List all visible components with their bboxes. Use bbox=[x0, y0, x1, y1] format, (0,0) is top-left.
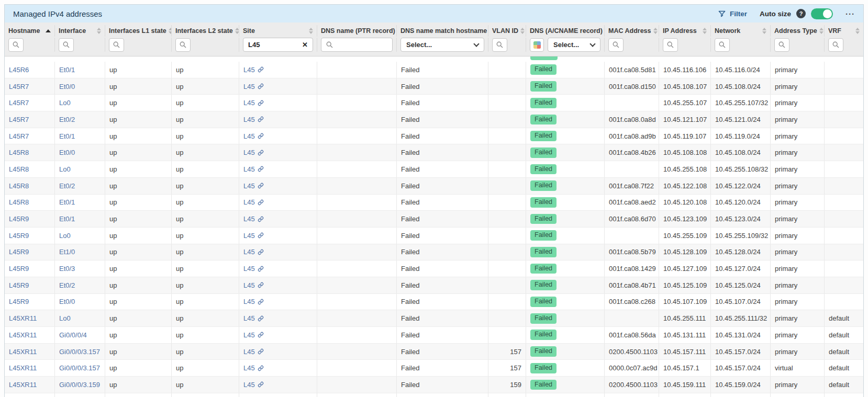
column-header-site[interactable]: Site bbox=[239, 25, 317, 37]
interface-link[interactable]: Gi0/0/0/3.157 bbox=[59, 348, 100, 356]
interface-link[interactable]: Et0/2 bbox=[59, 281, 75, 289]
hostname-link[interactable]: L45XR11 bbox=[9, 348, 37, 356]
hostname-link[interactable]: L45R6 bbox=[9, 66, 29, 74]
site-link[interactable]: L45 bbox=[243, 182, 264, 190]
filter-ip-search-input[interactable] bbox=[663, 38, 678, 52]
site-link[interactable]: L45 bbox=[243, 364, 264, 372]
interface-link[interactable]: Gi0/0/0/4 bbox=[59, 331, 87, 339]
hostname-link[interactable]: L45R9 bbox=[9, 232, 29, 240]
hostname-link[interactable]: L45R8 bbox=[9, 149, 29, 156]
site-link[interactable]: L45 bbox=[243, 165, 264, 173]
site-link[interactable]: L45 bbox=[243, 116, 264, 123]
hostname-link[interactable]: L45R9 bbox=[9, 265, 29, 273]
hostname-link[interactable]: L45R8 bbox=[9, 165, 29, 173]
hostname-link[interactable]: L45XR11 bbox=[9, 331, 37, 339]
column-header-ip[interactable]: IP Address bbox=[659, 25, 711, 37]
filter-ptr-search-input[interactable] bbox=[321, 38, 393, 52]
filter-hostname-search-input[interactable] bbox=[8, 38, 24, 52]
interface-link[interactable]: Et0/1 bbox=[59, 198, 75, 206]
filter-dns-select[interactable]: Select... bbox=[548, 38, 600, 52]
help-icon[interactable]: ? bbox=[796, 9, 806, 18]
interface-link[interactable]: Et0/1 bbox=[59, 132, 75, 140]
site-link[interactable]: L45 bbox=[243, 248, 264, 256]
hostname-link[interactable]: L45R7 bbox=[9, 83, 29, 90]
filter-l2-search-input[interactable] bbox=[175, 38, 191, 52]
column-header-network[interactable]: Network bbox=[711, 25, 771, 37]
auto-size-toggle[interactable] bbox=[811, 8, 833, 19]
hostname-link[interactable]: L45R9 bbox=[9, 215, 29, 223]
interface-link[interactable]: Et0/0 bbox=[59, 298, 75, 305]
column-header-l2[interactable]: Interfaces L2 state bbox=[172, 25, 239, 37]
dns-record-cell: Failed bbox=[526, 195, 605, 211]
hostname-link[interactable]: L45R7 bbox=[9, 99, 29, 107]
mac-address-cell: 0200.4500.1103 bbox=[605, 377, 659, 393]
interface-link[interactable]: Et1/0 bbox=[59, 248, 75, 256]
site-link[interactable]: L45 bbox=[243, 348, 264, 356]
site-link[interactable]: L45 bbox=[243, 132, 264, 140]
site-link[interactable]: L45 bbox=[243, 298, 264, 305]
interface-link[interactable]: Et0/0 bbox=[59, 149, 75, 156]
interface-link[interactable]: Lo0 bbox=[59, 165, 71, 173]
filter-vrf-search-input[interactable] bbox=[828, 38, 843, 52]
column-header-vlan[interactable]: VLAN ID bbox=[488, 25, 526, 37]
site-link[interactable]: L45 bbox=[243, 331, 264, 339]
site-link[interactable]: L45 bbox=[243, 314, 264, 322]
interface-link[interactable]: Lo0 bbox=[59, 99, 71, 107]
site-link[interactable]: L45 bbox=[243, 215, 264, 223]
interface-link[interactable]: Et0/1 bbox=[59, 66, 75, 74]
interface-link[interactable]: Gi0/0/0/3.159 bbox=[59, 381, 100, 389]
filter-match-select[interactable]: Select... bbox=[400, 38, 484, 52]
column-header-ptr[interactable]: DNS name (PTR record) bbox=[317, 25, 397, 37]
filter-vlan-search-input[interactable] bbox=[492, 38, 507, 52]
clear-filter-icon[interactable]: ✕ bbox=[302, 41, 308, 49]
column-header-mac[interactable]: MAC Address bbox=[605, 25, 659, 37]
filter-network-search-input[interactable] bbox=[715, 38, 730, 52]
hostname-link[interactable]: L45R9 bbox=[9, 281, 29, 289]
interface-link[interactable]: Et0/0 bbox=[59, 83, 75, 90]
column-header-hostname[interactable]: Hostname bbox=[5, 25, 55, 37]
dns-record-cell: Failed bbox=[526, 277, 605, 293]
interface-link[interactable]: Et0/2 bbox=[59, 182, 75, 190]
interface-link[interactable]: Et0/3 bbox=[59, 265, 75, 273]
site-link[interactable]: L45 bbox=[243, 198, 264, 206]
hostname-link[interactable]: L45XR11 bbox=[9, 314, 37, 322]
hostname-link[interactable]: L45R7 bbox=[9, 116, 29, 123]
site-link[interactable]: L45 bbox=[243, 265, 264, 273]
interface-link[interactable]: Lo0 bbox=[59, 232, 71, 240]
column-header-l1[interactable]: Interfaces L1 state bbox=[105, 25, 172, 37]
column-header-interface[interactable]: Interface bbox=[55, 25, 105, 37]
filter-site-search-input[interactable]: L45✕ bbox=[243, 38, 313, 52]
site-link[interactable]: L45 bbox=[243, 149, 264, 156]
site-link[interactable]: L45 bbox=[243, 99, 264, 107]
site-link[interactable]: L45 bbox=[243, 232, 264, 240]
column-header-type[interactable]: Address Type bbox=[771, 25, 825, 37]
site-cell: L45 bbox=[239, 228, 317, 244]
column-header-vrf[interactable]: VRF bbox=[825, 25, 863, 37]
filter-button[interactable]: Filter bbox=[718, 10, 747, 18]
interface-link[interactable]: Gi0/0/0/3.157 bbox=[59, 364, 100, 372]
filter-interface-search-input[interactable] bbox=[59, 38, 74, 52]
filter-l1-search-input[interactable] bbox=[109, 38, 124, 52]
hostname-link[interactable]: L45R7 bbox=[9, 132, 29, 140]
hostname-link[interactable]: L45R8 bbox=[9, 198, 29, 206]
column-header-match[interactable]: DNS name match hostname bbox=[397, 25, 488, 37]
dns-color-toggle-button[interactable] bbox=[530, 38, 544, 52]
site-link[interactable]: L45 bbox=[243, 281, 264, 289]
column-header-dns[interactable]: DNS (A/CNAME record) bbox=[526, 25, 605, 37]
site-link[interactable]: L45 bbox=[243, 83, 264, 90]
filter-type-search-input[interactable] bbox=[774, 38, 789, 52]
interface-link[interactable]: Et0/2 bbox=[59, 116, 75, 123]
interface-link[interactable]: Et0/1 bbox=[59, 215, 75, 223]
interface-link[interactable]: Lo0 bbox=[59, 314, 71, 322]
hostname-link[interactable]: L45R9 bbox=[9, 298, 29, 305]
l1-state-cell: up bbox=[105, 310, 172, 326]
interface-cell: Gi0/0/0/3.157 bbox=[55, 360, 105, 376]
overflow-menu-button[interactable]: ··· bbox=[845, 9, 855, 18]
site-link[interactable]: L45 bbox=[243, 381, 264, 389]
hostname-link[interactable]: L45R9 bbox=[9, 248, 29, 256]
filter-mac-search-input[interactable] bbox=[608, 38, 624, 52]
hostname-link[interactable]: L45XR11 bbox=[9, 381, 37, 389]
hostname-link[interactable]: L45R8 bbox=[9, 182, 29, 190]
site-link[interactable]: L45 bbox=[243, 66, 264, 74]
hostname-link[interactable]: L45XR11 bbox=[9, 364, 37, 372]
